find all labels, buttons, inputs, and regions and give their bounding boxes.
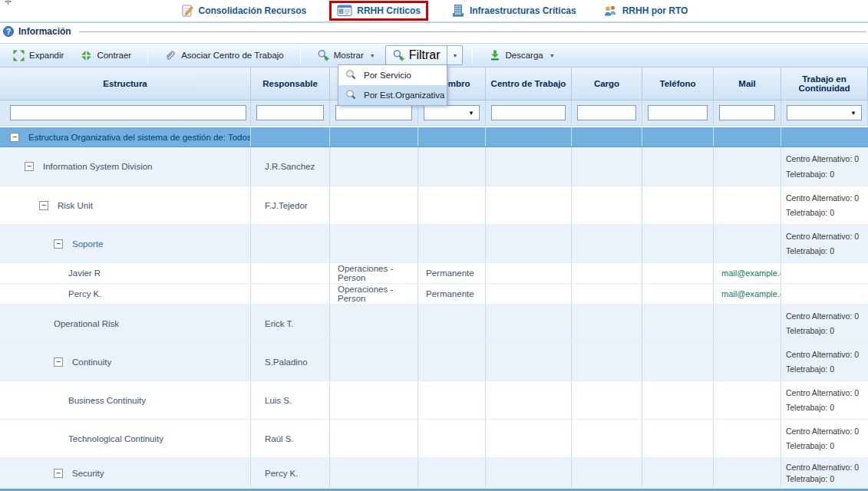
cell-estructura: Technological Continuity xyxy=(0,420,251,457)
continuity-line: Teletrabajo: 0 xyxy=(786,474,859,483)
tree-collapse-toggle[interactable]: − xyxy=(54,469,63,478)
collapse-button[interactable]: Contraer xyxy=(74,47,138,64)
cell-cargo xyxy=(572,263,642,283)
continuity-line: Teletrabajo: 0 xyxy=(786,170,859,179)
associate-label: Asociar Centro de Trabajo xyxy=(181,51,284,60)
filter-input[interactable] xyxy=(335,105,412,120)
show-button[interactable]: Mostrar ▼ xyxy=(310,46,382,64)
tree-row[interactable]: −Risk UnitF.J.TejedorCentro Alternativo:… xyxy=(0,186,868,225)
cell-trabajo-en-continuidad: Centro Alternativo: 0Teletrabajo: 0 xyxy=(781,186,868,224)
mail-link[interactable]: mail@example.cc xyxy=(721,269,781,278)
tree-collapse-toggle[interactable]: − xyxy=(25,162,34,171)
tree-row[interactable]: −SecurityPercy K.Centro Alternativo: 0Te… xyxy=(0,458,868,489)
cell-trabajo-en-continuidad xyxy=(781,127,868,147)
continuity-values: Centro Alternativo: 0Teletrabajo: 0 xyxy=(781,343,859,381)
filter-input[interactable] xyxy=(577,105,636,120)
cell-centro-de-trabajo xyxy=(486,127,572,147)
cell-centro-de-trabajo xyxy=(486,284,572,304)
column-header-trabajo-en-continuidad[interactable]: Trabajo en Continuidad xyxy=(781,68,868,100)
menu-item-label: Por Est.Organizativa xyxy=(364,91,444,100)
magnifier-icon xyxy=(345,69,357,81)
filter-cell xyxy=(486,101,572,125)
cell-mail: mail@example.cc xyxy=(714,263,781,283)
cell-servicio xyxy=(330,225,418,262)
tab-rrhh-criticos[interactable]: RRHH Críticos xyxy=(329,1,428,21)
tree-row[interactable]: −ContinuityS.PaladinoCentro Alternativo:… xyxy=(0,343,868,381)
cell-mail xyxy=(714,458,781,488)
tree-collapse-toggle[interactable]: − xyxy=(54,358,63,367)
cell-servicio xyxy=(330,343,418,381)
column-header-tel-fono[interactable]: Teléfono xyxy=(642,68,714,100)
cell-miembro xyxy=(418,186,486,224)
cell-cargo xyxy=(572,305,642,342)
magnifier-plus-icon xyxy=(392,49,404,61)
tree-row[interactable]: Operational RiskErick T.Centro Alternati… xyxy=(0,305,868,343)
filter-select[interactable]: ▼ xyxy=(787,105,862,120)
cell-estructura: Javier R xyxy=(0,263,251,283)
cell-miembro xyxy=(418,305,486,342)
associate-work-center-button[interactable]: Asociar Centro de Trabajo xyxy=(157,46,291,64)
menu-item-por-servicio[interactable]: Por Servicio xyxy=(338,65,447,85)
cell-telefono xyxy=(642,147,714,186)
chevron-down-icon: ▼ xyxy=(453,53,458,58)
tree-label: Operational Risk xyxy=(54,319,119,328)
filter-input[interactable] xyxy=(491,105,566,120)
cell-responsable: J.R.Sanchez xyxy=(251,147,330,186)
tab-label: Infraestructuras Críticas xyxy=(470,5,576,16)
tab-rrhh-por-rto[interactable]: RRHH por RTO xyxy=(599,3,691,19)
tree-row[interactable]: −SoporteCentro Alternativo: 0Teletrabajo… xyxy=(0,225,868,263)
cell-telefono xyxy=(642,420,714,457)
cell-cargo xyxy=(572,381,642,419)
indent-spacer xyxy=(0,400,68,400)
clipped-icon: ✛ xyxy=(5,0,12,7)
tree-row[interactable]: Javier ROperaciones - PersonPermanentema… xyxy=(0,263,868,284)
column-header-cargo[interactable]: Cargo xyxy=(572,68,642,100)
menu-item-por-est-organizativa[interactable]: Por Est.Organizativa xyxy=(338,85,447,105)
tab-consolidacion-recursos[interactable]: Consolidación Recursos xyxy=(177,2,310,19)
download-button[interactable]: Descarga ▼ xyxy=(482,46,562,64)
tree-row[interactable]: Technological ContinuityRaúl S.Centro Al… xyxy=(0,420,868,458)
cell-miembro: Permanente xyxy=(418,284,486,304)
tab-infraestructuras-criticas[interactable]: Infraestructuras Críticas xyxy=(448,2,579,19)
filter-input[interactable] xyxy=(256,105,324,120)
cell-servicio xyxy=(330,147,418,186)
column-header-mail[interactable]: Mail xyxy=(714,68,781,100)
tree-row[interactable]: −Estructura Organizativa del sistema de … xyxy=(0,127,868,147)
collapse-label: Contraer xyxy=(97,51,131,60)
expand-button[interactable]: Expandir xyxy=(6,47,71,64)
tree-collapse-toggle[interactable]: − xyxy=(54,239,63,249)
column-header-responsable[interactable]: Responsable xyxy=(251,68,330,100)
continuity-values: Centro Alternativo: 0Teletrabajo: 0 xyxy=(781,305,859,342)
cell-miembro: Permanente xyxy=(418,263,486,283)
tree-collapse-toggle[interactable]: − xyxy=(10,133,19,142)
tree-row[interactable]: Business ContinuityLuis S.Centro Alterna… xyxy=(0,381,868,420)
tab-label: RRHH por RTO xyxy=(622,5,688,16)
cell-servicio: Operaciones - Person xyxy=(330,284,418,304)
filter-button[interactable]: Filtrar xyxy=(385,45,447,65)
help-icon[interactable]: ? xyxy=(3,26,14,37)
tree-row[interactable]: −Information System DivisionJ.R.SanchezC… xyxy=(0,147,868,186)
cell-telefono xyxy=(642,263,714,283)
column-header-estructura[interactable]: Estructura xyxy=(0,68,251,100)
filter-input[interactable] xyxy=(10,105,246,120)
cell-responsable xyxy=(251,225,330,262)
tree-label: Security xyxy=(72,469,104,478)
cell-centro-de-trabajo xyxy=(486,186,572,224)
filter-input[interactable] xyxy=(719,105,775,120)
indent-spacer xyxy=(0,243,54,244)
filter-dropdown-arrow[interactable]: ▼ xyxy=(447,45,463,65)
tree-label: Risk Unit xyxy=(58,201,93,210)
toolbar-separator xyxy=(147,47,148,64)
magnifier-icon xyxy=(345,89,357,101)
tree-row[interactable]: Percy K.Operaciones - PersonPermanentema… xyxy=(0,284,868,305)
cell-cargo xyxy=(572,284,642,304)
filter-select[interactable]: ▼ xyxy=(424,105,480,120)
grid-body: −Estructura Organizativa del sistema de … xyxy=(0,127,868,489)
mail-link[interactable]: mail@example.cc xyxy=(721,289,781,298)
cell-servicio xyxy=(330,186,418,224)
tree-collapse-toggle[interactable]: − xyxy=(39,201,48,210)
continuity-values: Centro Alternativo: 0Teletrabajo: 0 xyxy=(781,225,859,262)
filter-input[interactable] xyxy=(648,105,708,120)
column-header-centro-de-trabajo[interactable]: Centro de Trabajo xyxy=(486,68,572,100)
cell-servicio xyxy=(330,381,418,419)
